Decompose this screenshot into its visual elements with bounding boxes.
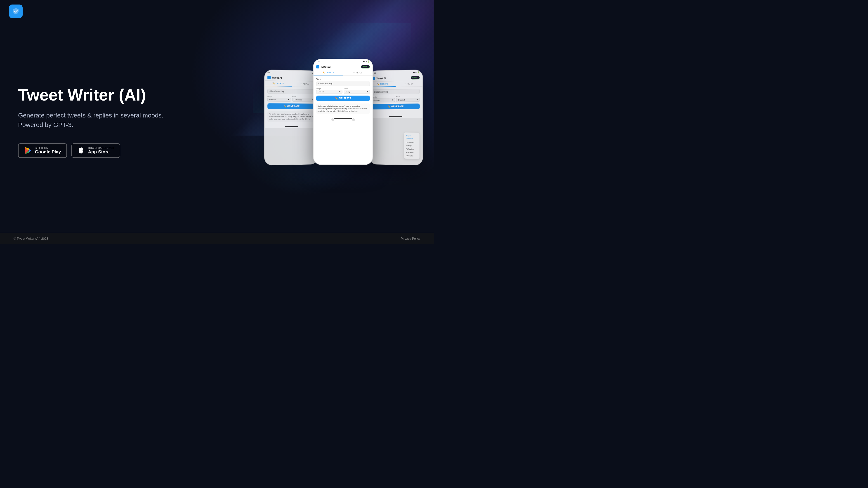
phone-center: 3:33 ●●● 🔋 Tweet.AI PRO ✏️CREATE ↩REPLY … [313, 59, 373, 165]
mood-item-animated[interactable]: Animated [404, 151, 420, 154]
phone-right-header: Tweet.AI PRO [369, 74, 423, 82]
google-play-large: Google Play [35, 149, 61, 155]
phone-left-topic: Global warming [268, 89, 315, 94]
phone-left-filters: Length Medium▼ Mood Humorous▼ [268, 96, 315, 102]
hero-title: Tweet Writer (AI) [18, 86, 163, 104]
phone-right-bottom [369, 114, 423, 118]
phone-right-pro-badge: PRO [411, 76, 420, 79]
store-buttons-container: GET IT ON Google Play Download on the Ap… [18, 143, 163, 158]
svg-marker-3 [29, 149, 31, 153]
phones-container: 3:41 ●●● Tweet.AI ✏️CREATE ↩REPLY Global… [265, 52, 423, 192]
footer: © Tweet Writer (AI) 2023 Privacy Policy [0, 233, 434, 244]
phone-left-header: Tweet.AI [265, 74, 318, 82]
app-store-large: App Store [88, 149, 115, 155]
google-play-icon [24, 147, 32, 155]
svg-point-4 [81, 148, 82, 149]
mood-item-angry[interactable]: Angry [404, 133, 420, 137]
phone-right-tabs: ✏️CREATE ↩REPLY [369, 81, 423, 88]
phone-center-tab-reply[interactable]: ↩REPLY [343, 70, 373, 75]
phone-right-tab-create[interactable]: ✏️CREATE [369, 81, 396, 87]
mood-dropdown[interactable]: Angry Cheerful Humorous Snarky Reflectiv… [404, 132, 420, 159]
mood-item-sarcastic[interactable]: Sarcastic [404, 154, 420, 158]
app-logo[interactable] [9, 4, 23, 18]
phone-center-generated-text: It's beyond infuriating that we can't ma… [316, 103, 370, 114]
phone-right-generate-btn[interactable]: ✏️ GENERATE [372, 103, 420, 109]
phone-right-filters: Length Medium▼ Mood Cheerful▼ [372, 96, 420, 102]
phone-center-topic-label: Topic [316, 78, 370, 80]
phone-center-content: Topic Global warming Length Med um▼ Mood… [313, 76, 373, 116]
mood-item-humorous[interactable]: Humorous [404, 140, 420, 144]
footer-copyright: © Tweet Writer (AI) 2023 [13, 237, 49, 240]
phone-left-generated-text: I'm pretty sure sports car drivers think… [268, 111, 315, 122]
phone-center-generate-btn[interactable]: ✏️ GENERATE [316, 96, 370, 101]
phone-center-bottom [313, 116, 373, 123]
phone-left-bottom [265, 124, 318, 128]
app-store-button[interactable]: Download on the App Store [71, 143, 121, 158]
phone-center-status: 3:33 ●●● 🔋 [313, 59, 373, 64]
phone-left-logo [268, 76, 271, 79]
hero-section: Tweet Writer (AI) Generate perfect tweet… [18, 86, 163, 158]
google-play-small: GET IT ON [35, 147, 61, 149]
phone-center-topic-input[interactable]: Global warming [316, 81, 370, 86]
hero-subtitle: Generate perfect tweets & replies in sev… [18, 111, 163, 130]
phone-center-tab-create[interactable]: ✏️CREATE [313, 70, 343, 75]
app-store-small: Download on the [88, 147, 115, 149]
phone-center-tabs: ✏️CREATE ↩REPLY [313, 70, 373, 76]
google-play-button[interactable]: GET IT ON Google Play [18, 143, 67, 158]
hero-subtitle-line1: Generate perfect tweets & replies in sev… [18, 112, 163, 119]
footer-privacy-policy[interactable]: Privacy Policy [401, 237, 421, 240]
mood-item-snarky[interactable]: Snarky [404, 144, 420, 147]
phone-right: 3:33 ●●● 🔋 Tweet.AI PRO ✏️CREATE ↩REPLY … [369, 69, 423, 166]
google-play-text: GET IT ON Google Play [35, 147, 61, 155]
pro-badge: PRO [361, 65, 370, 68]
phone-left-content: Global warming Length Medium▼ Mood Humor… [265, 86, 318, 124]
app-store-text: Download on the App Store [88, 147, 115, 155]
phone-left-tabs: ✏️CREATE ↩REPLY [265, 80, 318, 87]
phone-left-tab-create[interactable]: ✏️CREATE [265, 80, 291, 87]
phone-right-content: Global warming Length Medium▼ Mood Cheer… [369, 87, 423, 114]
phone-center-logo [316, 65, 319, 68]
phone-left: 3:41 ●●● Tweet.AI ✏️CREATE ↩REPLY Global… [264, 69, 318, 166]
mood-item-cheerful[interactable]: Cheerful [404, 137, 420, 140]
phone-left-generate-btn[interactable]: ✏️ GENERATE [268, 103, 315, 109]
phone-right-topic: Global warming [372, 89, 420, 95]
mood-item-reflective[interactable]: Reflective [404, 147, 420, 151]
hero-subtitle-line2: Powered by GPT-3. [18, 122, 73, 129]
phone-center-filters: Length Med um▼ Mood Angry▼ [316, 88, 370, 94]
phone-center-header: Tweet.AI PRO [313, 64, 373, 70]
phone-right-tab-reply[interactable]: ↩REPLY [396, 81, 423, 87]
apple-icon [77, 147, 86, 155]
